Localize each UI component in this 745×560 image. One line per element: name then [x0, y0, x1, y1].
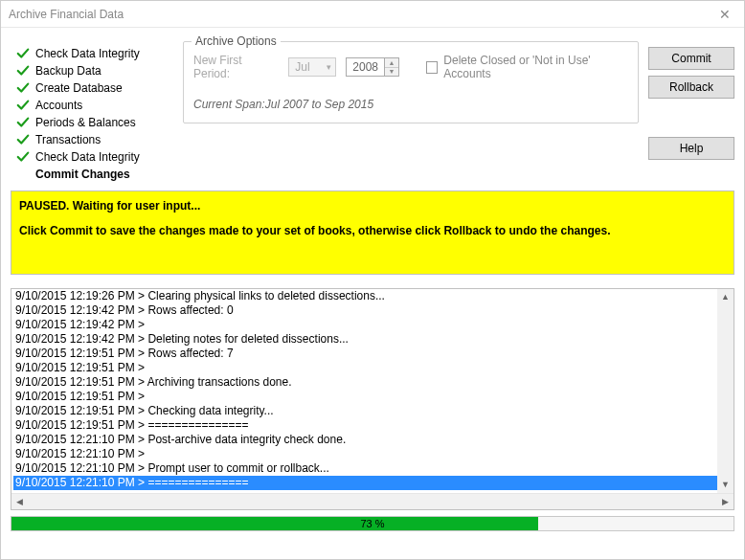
month-value: Jul	[295, 60, 309, 74]
log-line[interactable]: 9/10/2015 12:21:10 PM >	[13, 447, 734, 461]
log-line[interactable]: 9/10/2015 12:19:42 PM > Deleting notes f…	[13, 332, 734, 347]
steps-list: Check Data IntegrityBackup DataCreate Da…	[11, 34, 173, 183]
check-icon	[16, 81, 30, 95]
delete-accounts-checkbox[interactable]: Delete Closed or 'Not in Use' Accounts	[426, 54, 628, 80]
vertical-scrollbar[interactable]: ▲ ▼	[717, 289, 734, 493]
check-icon	[16, 47, 30, 60]
log-line[interactable]: 9/10/2015 12:19:42 PM >	[13, 318, 734, 332]
new-first-period-label: New First Period:	[193, 54, 279, 80]
log-lines[interactable]: 9/10/2015 12:19:26 PM > Clearing physica…	[11, 289, 734, 493]
button-spacer	[648, 104, 734, 131]
check-icon	[16, 64, 30, 78]
window-title: Archive Financial Data	[9, 8, 124, 21]
log-line[interactable]: 9/10/2015 12:19:51 PM > Archiving transa…	[13, 375, 734, 390]
chevron-down-icon: ▾	[327, 62, 331, 72]
progress-label: 73 %	[11, 517, 734, 530]
checkbox-box-icon	[426, 61, 438, 74]
step-label: Commit Changes	[35, 168, 130, 181]
year-value: 2008	[347, 58, 385, 76]
log-line[interactable]: 9/10/2015 12:19:42 PM > Rows affected: 0	[13, 303, 734, 318]
close-icon[interactable]: ✕	[713, 5, 736, 24]
archive-window: Archive Financial Data ✕ Check Data Inte…	[0, 0, 745, 560]
check-icon	[16, 116, 30, 129]
step-item: Create Database	[11, 79, 173, 97]
check-icon	[16, 168, 30, 181]
step-label: Periods & Balances	[35, 116, 136, 129]
log-line[interactable]: 9/10/2015 12:19:51 PM >	[13, 390, 734, 404]
step-item: Check Data Integrity	[11, 45, 173, 62]
step-label: Transactions	[35, 133, 101, 146]
log-line[interactable]: 9/10/2015 12:19:51 PM >	[13, 361, 734, 375]
archive-options-group: Archive Options New First Period: Jul ▾ …	[183, 41, 639, 123]
log-panel: 9/10/2015 12:19:26 PM > Clearing physica…	[11, 288, 734, 510]
notice-line2: Click Commit to save the changes made to…	[19, 224, 726, 237]
step-item: Backup Data	[11, 62, 173, 79]
log-line[interactable]: 9/10/2015 12:21:10 PM > ===============	[13, 476, 734, 490]
step-item: Accounts	[11, 97, 173, 114]
spinner-buttons: ▲ ▼	[385, 58, 398, 76]
log-line[interactable]: 9/10/2015 12:21:10 PM > Prompt user to c…	[13, 461, 734, 476]
scroll-left-icon[interactable]: ◀	[11, 494, 28, 509]
month-combo[interactable]: Jul ▾	[288, 57, 336, 77]
scroll-right-icon[interactable]: ▶	[717, 494, 734, 509]
options-column: Archive Options New First Period: Jul ▾ …	[183, 34, 639, 183]
step-label: Backup Data	[35, 64, 102, 78]
spinner-down-icon[interactable]: ▼	[385, 68, 398, 77]
action-buttons: Commit Rollback Help	[648, 34, 734, 183]
spinner-up-icon[interactable]: ▲	[385, 58, 398, 68]
check-icon	[16, 99, 30, 112]
archive-options-legend: Archive Options	[192, 34, 281, 48]
titlebar: Archive Financial Data ✕	[1, 1, 744, 28]
progress-bar: 73 %	[11, 516, 734, 531]
current-span-text: Current Span:Jul 2007 to Sep 2015	[193, 98, 628, 111]
year-spinner[interactable]: 2008 ▲ ▼	[346, 57, 399, 77]
step-label: Check Data Integrity	[35, 150, 140, 164]
period-row: New First Period: Jul ▾ 2008 ▲ ▼	[193, 54, 628, 80]
step-label: Check Data Integrity	[35, 47, 140, 60]
check-icon	[16, 150, 30, 164]
scroll-down-icon[interactable]: ▼	[717, 477, 734, 493]
horizontal-scrollbar[interactable]: ◀ ▶	[11, 493, 734, 509]
rollback-button[interactable]: Rollback	[648, 76, 734, 99]
log-line[interactable]: 9/10/2015 12:19:26 PM > Clearing physica…	[13, 289, 734, 303]
step-item: Check Data Integrity	[11, 148, 173, 166]
help-button[interactable]: Help	[648, 137, 734, 160]
log-line[interactable]: 9/10/2015 12:19:51 PM > Checking data in…	[13, 404, 734, 418]
top-row: Check Data IntegrityBackup DataCreate Da…	[11, 34, 734, 183]
step-label: Accounts	[35, 99, 82, 112]
step-label: Create Database	[35, 81, 123, 95]
scroll-up-icon[interactable]: ▲	[717, 289, 734, 305]
check-icon	[16, 133, 30, 146]
window-body: Check Data IntegrityBackup DataCreate Da…	[1, 28, 744, 559]
step-item: Transactions	[11, 131, 173, 148]
step-item: Commit Changes	[11, 166, 173, 183]
delete-accounts-label: Delete Closed or 'Not in Use' Accounts	[443, 54, 628, 80]
pause-notice: PAUSED. Waiting for user input... Click …	[11, 190, 734, 275]
notice-line1: PAUSED. Waiting for user input...	[19, 199, 726, 213]
commit-button[interactable]: Commit	[648, 47, 734, 70]
log-line[interactable]: 9/10/2015 12:19:51 PM > Rows affected: 7	[13, 347, 734, 361]
step-item: Periods & Balances	[11, 114, 173, 131]
log-line[interactable]: 9/10/2015 12:21:10 PM > Post-archive dat…	[13, 433, 734, 447]
log-line[interactable]: 9/10/2015 12:19:51 PM > ===============	[13, 418, 734, 433]
